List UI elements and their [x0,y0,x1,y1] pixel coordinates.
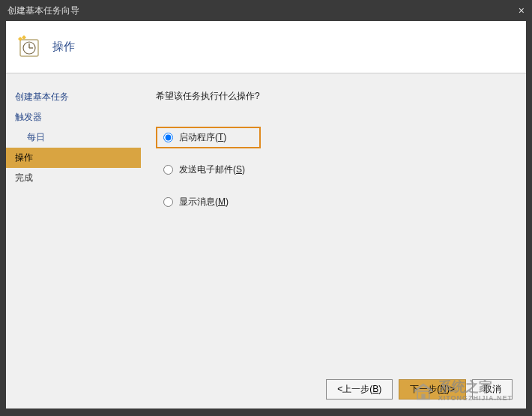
radio-show-message-label: 显示消息(M) [179,196,229,208]
sidebar-item-create-basic-task[interactable]: 创建基本任务 [6,87,141,107]
back-button[interactable]: <上一步(B) [326,379,393,400]
window-title: 创建基本任务向导 [7,4,79,17]
sidebar-item-action[interactable]: 操作 [6,148,141,168]
wizard-body: 创建基本任务 触发器 每日 操作 完成 希望该任务执行什么操作? 启动程序(T)… [6,73,526,373]
sidebar-item-daily[interactable]: 每日 [6,127,141,148]
radio-send-email-input[interactable] [163,165,173,175]
sidebar-item-finish: 完成 [6,168,141,188]
sidebar-item-trigger[interactable]: 触发器 [6,107,141,127]
titlebar: 创建基本任务向导 × [0,0,532,21]
radio-start-program-label: 启动程序(T) [179,131,226,144]
action-radio-group: 启动程序(T) 发送电子邮件(S) 显示消息(M) [156,127,511,213]
close-icon[interactable]: × [519,4,525,16]
radio-show-message-input[interactable] [163,197,173,207]
wizard-window: 创建基本任务向导 × 操作 创建基本任务 触发器 每日 [0,0,532,416]
radio-send-email-label: 发送电子邮件(S) [179,163,245,176]
next-button[interactable]: 下一步(N)> [399,379,466,400]
wizard-header: 操作 [6,21,526,73]
content-area: 操作 创建基本任务 触发器 每日 操作 完成 希望该任务执行什么操作? 启动程序… [6,21,526,409]
radio-start-program-input[interactable] [163,133,173,142]
radio-send-email[interactable]: 发送电子邮件(S) [156,159,511,181]
wizard-steps-sidebar: 创建基本任务 触发器 每日 操作 完成 [6,73,141,373]
prompt-text: 希望该任务执行什么操作? [156,90,511,103]
radio-start-program[interactable]: 启动程序(T) [156,127,261,148]
clock-gear-icon [17,35,41,59]
cancel-button[interactable]: 取消 [472,379,513,400]
radio-show-message[interactable]: 显示消息(M) [156,191,511,213]
wizard-button-bar: <上一步(B) 下一步(N)> 取消 [326,379,513,400]
page-title: 操作 [52,40,75,54]
main-panel: 希望该任务执行什么操作? 启动程序(T) 发送电子邮件(S) 显示消息(M) [141,73,526,373]
